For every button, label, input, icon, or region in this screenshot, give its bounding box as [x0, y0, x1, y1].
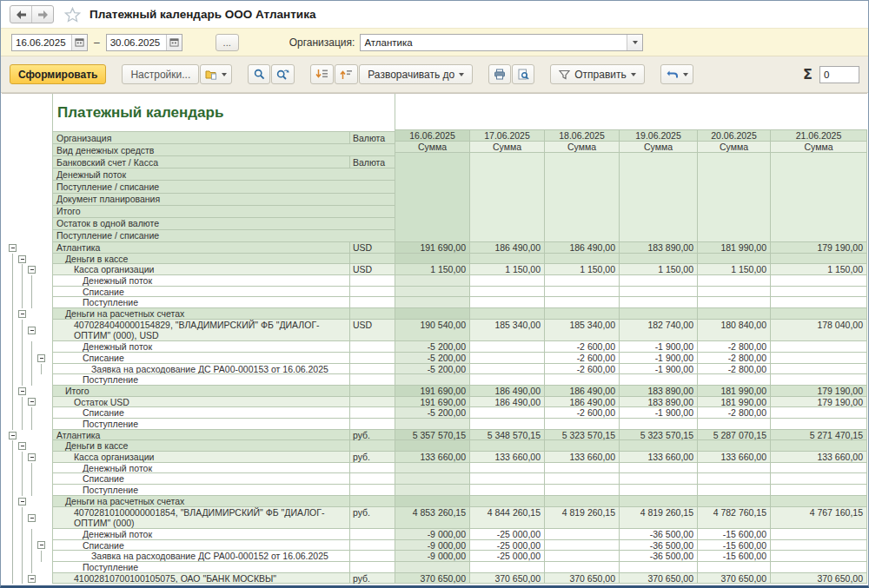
- row-label-cell[interactable]: 40702810100000001854, "ВЛАДИМИРСКИЙ" ФБ …: [52, 507, 350, 529]
- date-header-cell[interactable]: 16.06.2025: [395, 129, 470, 142]
- row-label-cell[interactable]: Заявка на расходование ДС РА00-000153 от…: [52, 364, 350, 375]
- value-cell[interactable]: [395, 275, 470, 287]
- value-cell[interactable]: [698, 473, 771, 485]
- value-cell[interactable]: [698, 440, 771, 452]
- back-button[interactable]: [10, 6, 31, 23]
- value-cell[interactable]: [470, 297, 545, 308]
- value-cell[interactable]: [470, 419, 545, 430]
- print-button[interactable]: [488, 64, 511, 84]
- value-cell[interactable]: 179 190,00: [771, 386, 867, 397]
- row-label-cell[interactable]: Списание: [52, 473, 350, 485]
- value-cell[interactable]: [620, 419, 698, 430]
- date-to-value[interactable]: 30.06.2025: [107, 35, 166, 50]
- autosum-field[interactable]: 0: [819, 66, 859, 83]
- organization-dropdown-button[interactable]: [627, 35, 642, 50]
- value-cell[interactable]: 4 819 260,15: [545, 507, 620, 529]
- value-cell[interactable]: [620, 473, 698, 485]
- value-cell[interactable]: -2 800,00: [698, 407, 771, 419]
- value-cell[interactable]: [470, 254, 545, 265]
- row-currency-cell[interactable]: [350, 275, 395, 287]
- value-cell[interactable]: -15 600,00: [698, 529, 771, 540]
- row-label-cell[interactable]: Поступление: [52, 485, 350, 496]
- value-cell[interactable]: [545, 440, 620, 452]
- value-cell[interactable]: 183 890,00: [620, 386, 698, 397]
- organization-combo[interactable]: Атлантика: [360, 34, 643, 51]
- value-cell[interactable]: 181 990,00: [698, 386, 771, 397]
- value-cell[interactable]: [470, 562, 545, 573]
- row-currency-cell[interactable]: USD: [350, 242, 395, 254]
- value-cell[interactable]: [470, 463, 545, 474]
- value-cell[interactable]: [470, 473, 545, 485]
- value-cell[interactable]: [771, 364, 867, 375]
- row-currency-cell[interactable]: [350, 353, 395, 364]
- date-to-field[interactable]: 30.06.2025: [106, 34, 182, 51]
- row-currency-cell[interactable]: [350, 397, 395, 408]
- date-header-cell[interactable]: 18.06.2025: [545, 129, 620, 142]
- value-cell[interactable]: 133 660,00: [545, 452, 620, 463]
- value-cell[interactable]: -36 500,00: [620, 540, 698, 552]
- value-cell[interactable]: [771, 562, 867, 573]
- value-cell[interactable]: 4 844 260,15: [470, 507, 545, 529]
- value-cell[interactable]: -2 800,00: [698, 353, 771, 364]
- row-currency-cell[interactable]: [350, 419, 395, 430]
- value-cell[interactable]: [620, 463, 698, 474]
- value-cell[interactable]: 370 650,00: [545, 573, 620, 585]
- row-label-cell[interactable]: Деньги на расчетных счетах: [52, 496, 350, 507]
- value-cell[interactable]: [545, 419, 620, 430]
- tree-toggle-collapse[interactable]: [9, 244, 17, 252]
- tree-toggle-collapse[interactable]: [28, 514, 36, 522]
- value-cell[interactable]: 133 660,00: [395, 452, 470, 463]
- value-cell[interactable]: [470, 308, 545, 320]
- row-label-cell[interactable]: Списание: [52, 540, 350, 552]
- value-cell[interactable]: -5 200,00: [395, 364, 470, 375]
- date-header-cell[interactable]: 20.06.2025: [698, 129, 771, 142]
- value-cell[interactable]: [620, 308, 698, 320]
- value-cell[interactable]: -36 500,00: [620, 529, 698, 540]
- value-cell[interactable]: [698, 463, 771, 474]
- value-cell[interactable]: 186 490,00: [545, 386, 620, 397]
- generate-button[interactable]: Сформировать: [10, 64, 106, 84]
- row-label-cell[interactable]: 41002810700100105075, ОАО "БАНК МОСКВЫ": [52, 573, 350, 585]
- value-cell[interactable]: 186 490,00: [470, 397, 545, 408]
- value-cell[interactable]: [545, 485, 620, 496]
- search-button[interactable]: [248, 64, 270, 84]
- value-cell[interactable]: [771, 308, 867, 320]
- expand-to-button[interactable]: Разворачивать до: [359, 64, 473, 84]
- value-cell[interactable]: -2 800,00: [698, 341, 771, 353]
- row-currency-cell[interactable]: [350, 407, 395, 419]
- value-cell[interactable]: -9 000,00: [395, 529, 470, 540]
- value-cell[interactable]: 183 890,00: [620, 397, 698, 408]
- value-cell[interactable]: [771, 254, 867, 265]
- value-cell[interactable]: [545, 463, 620, 474]
- value-cell[interactable]: [545, 496, 620, 507]
- value-cell[interactable]: [395, 463, 470, 474]
- value-cell[interactable]: 181 990,00: [698, 397, 771, 408]
- value-cell[interactable]: [771, 407, 867, 419]
- value-cell[interactable]: [395, 440, 470, 452]
- value-cell[interactable]: 185 340,00: [545, 320, 620, 341]
- row-label-cell[interactable]: Поступление: [52, 297, 350, 308]
- value-cell[interactable]: 191 690,00: [395, 386, 470, 397]
- row-currency-cell[interactable]: [350, 485, 395, 496]
- sum-header-cell[interactable]: Сумма: [545, 142, 620, 153]
- row-currency-cell[interactable]: руб.: [350, 573, 395, 585]
- date-from-field[interactable]: 16.06.2025: [11, 34, 88, 51]
- value-cell[interactable]: [470, 341, 545, 353]
- row-currency-cell[interactable]: руб.: [350, 452, 395, 463]
- tree-toggle-collapse[interactable]: [28, 327, 36, 334]
- value-cell[interactable]: 186 490,00: [470, 242, 545, 254]
- value-cell[interactable]: 1 150,00: [620, 264, 698, 275]
- value-cell[interactable]: -1 900,00: [620, 407, 698, 419]
- value-cell[interactable]: [545, 374, 620, 386]
- value-cell[interactable]: 133 660,00: [698, 452, 771, 463]
- tree-toggle-collapse[interactable]: [28, 453, 36, 461]
- value-cell[interactable]: 191 690,00: [395, 242, 470, 254]
- tree-toggle-collapse[interactable]: [18, 498, 26, 505]
- row-label-cell[interactable]: Остаток USD: [52, 397, 350, 408]
- row-label-cell[interactable]: Денежный поток: [52, 529, 350, 540]
- favorite-star-icon[interactable]: [64, 7, 81, 23]
- date-header-cell[interactable]: 21.06.2025: [771, 129, 867, 142]
- value-cell[interactable]: 185 340,00: [470, 320, 545, 341]
- tree-toggle-collapse[interactable]: [37, 541, 45, 549]
- value-cell[interactable]: [698, 485, 771, 496]
